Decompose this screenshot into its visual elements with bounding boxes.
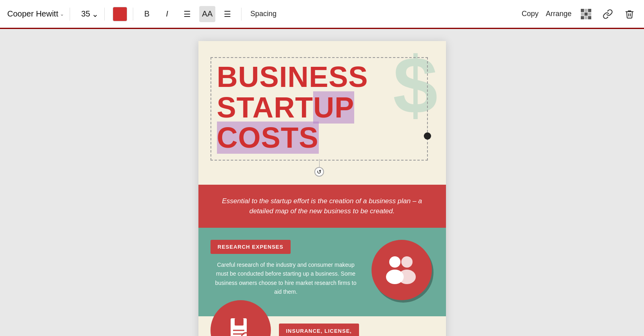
align-button[interactable]: ☰ <box>179 6 195 22</box>
svg-point-3 <box>398 270 416 284</box>
copy-button[interactable]: Copy <box>522 10 539 18</box>
font-size-label: 35 <box>81 9 90 19</box>
divider-4 <box>241 8 242 21</box>
bold-button[interactable]: B <box>139 6 155 22</box>
teal-right <box>369 240 434 300</box>
divider-2 <box>104 8 105 21</box>
teal-left: RESEARCH EXPENSES Careful research of th… <box>211 240 361 297</box>
bold-icon: B <box>144 9 149 19</box>
infographic: $ BUSINESS STARTUP COSTS ↺ Essential to … <box>198 41 446 336</box>
insurance-badge: INSURANCE, LICENSE, PERMIT FEES <box>279 324 359 336</box>
red-band: Essential to the startup effort is the c… <box>198 185 446 228</box>
svg-rect-5 <box>235 318 244 326</box>
spacing-button[interactable]: Spacing <box>250 10 277 18</box>
divider-1 <box>70 8 70 21</box>
toolbar: Cooper Hewitt ⌄ 35 ⌄ B I ☰ AA ☰ Spacing … <box>0 0 644 29</box>
list-icon: ☰ <box>224 9 231 19</box>
font-name-label: Cooper Hewitt <box>7 9 58 19</box>
connector-line <box>319 159 320 168</box>
title-line2-before: START <box>217 91 314 124</box>
svg-point-0 <box>389 256 400 268</box>
resize-handle[interactable] <box>424 132 431 140</box>
font-name-chevron: ⌄ <box>60 11 64 17</box>
research-badge: RESEARCH EXPENSES <box>211 240 291 254</box>
title-line1: BUSINESS <box>217 61 368 93</box>
font-size-icon: AA <box>202 9 213 19</box>
canvas-area: $ BUSINESS STARTUP COSTS ↺ Essential to … <box>0 29 644 336</box>
color-swatch[interactable] <box>113 7 127 21</box>
list-button[interactable]: ☰ <box>219 6 235 22</box>
divider-3 <box>133 8 133 21</box>
font-name-selector[interactable]: Cooper Hewitt ⌄ <box>7 9 64 19</box>
title-textbox[interactable]: BUSINESS STARTUP COSTS ↺ <box>211 57 428 161</box>
align-icon: ☰ <box>184 9 191 19</box>
red-band-text: Essential to the startup effort is the c… <box>222 197 422 215</box>
bottom-right: INSURANCE, LICENSE, PERMIT FEES <box>279 316 434 336</box>
font-size-chevron: ⌄ <box>92 9 99 19</box>
arrange-button[interactable]: Arrange <box>546 10 572 18</box>
infographic-header: $ BUSINESS STARTUP COSTS ↺ <box>198 41 446 165</box>
document-icon <box>227 316 254 336</box>
trash-icon[interactable] <box>622 7 637 21</box>
research-description: Careful research of the industry and con… <box>211 260 361 297</box>
svg-point-2 <box>401 256 413 268</box>
font-size-selector[interactable]: 35 ⌄ <box>81 9 99 19</box>
italic-button[interactable]: I <box>159 6 175 22</box>
italic-icon: I <box>166 9 168 19</box>
title-text: BUSINESS STARTUP COSTS <box>217 62 421 153</box>
insurance-line1: INSURANCE, LICENSE, <box>286 328 352 334</box>
font-size-button[interactable]: AA <box>199 6 215 22</box>
people-icon <box>384 255 420 285</box>
grid-icon[interactable] <box>579 7 593 21</box>
rotate-handle[interactable]: ↺ <box>314 167 324 177</box>
link-icon[interactable] <box>601 7 615 21</box>
people-circle <box>372 240 432 300</box>
bottom-section: INSURANCE, LICENSE, PERMIT FEES <box>198 316 446 336</box>
toolbar-right: Copy Arrange <box>522 7 637 21</box>
bottom-left <box>211 316 271 336</box>
